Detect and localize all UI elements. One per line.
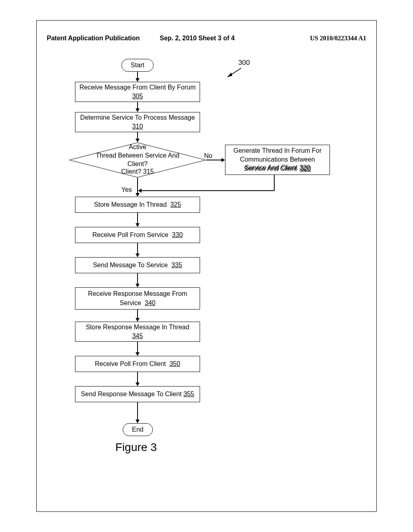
header-center: Sep. 2, 2010 Sheet 3 of 4	[160, 35, 235, 42]
flowchart-diagram: 300 Start Receive Message From Client By…	[37, 59, 376, 502]
arrow	[137, 402, 138, 420]
arrow-head	[221, 158, 225, 162]
arrow	[137, 342, 138, 353]
step-335: Send Message To Service 335	[75, 257, 200, 273]
step-340: Receive Response Message From Service 34…	[75, 287, 200, 310]
arrow-head	[136, 78, 140, 82]
header-left: Patent Application Publication	[47, 35, 140, 42]
arrow-head	[136, 223, 140, 227]
figure-caption: Figure 3	[115, 441, 157, 454]
arrow-head	[136, 284, 140, 287]
decision-315: Active Thread Between Service And Client…	[69, 142, 206, 178]
step-355: Send Response Message To Client 355	[75, 386, 200, 402]
arrow	[141, 190, 275, 191]
step-345: Store Response Message In Thread 345	[75, 322, 200, 342]
header-right: US 2010/0223344 A1	[310, 35, 366, 42]
arrow	[137, 372, 138, 383]
step-310: Determine Service To Process Message 310	[75, 112, 200, 132]
arrow-head	[136, 254, 140, 257]
step-320-overlay: Generate Thread In Forum For Communicati…	[225, 145, 330, 175]
svg-marker-1	[227, 73, 232, 77]
arrow	[137, 213, 138, 224]
arrow-head	[136, 352, 140, 356]
edge-yes-label: Yes	[121, 186, 132, 193]
figure-number-arrow	[224, 67, 242, 79]
step-325: Store Message In Thread 325	[75, 197, 200, 213]
arrow	[137, 273, 138, 285]
arrow-head	[136, 382, 140, 386]
arrow	[137, 178, 138, 194]
step-305: Receive Message From Client By Forum 305	[75, 82, 200, 102]
step-350: Receive Poll From Client 350	[75, 356, 200, 372]
page-frame: Patent Application Publication Sep. 2, 2…	[36, 20, 377, 512]
start-terminator: Start	[121, 59, 154, 72]
arrow-head	[138, 189, 142, 193]
arrow-head	[136, 193, 140, 197]
page-header: Patent Application Publication Sep. 2, 2…	[47, 35, 366, 42]
arrow	[274, 175, 275, 191]
arrow-head	[136, 139, 140, 142]
edge-no-label: No	[204, 152, 212, 160]
arrow-head	[136, 420, 140, 423]
arrow	[137, 243, 138, 254]
figure-number: 300	[238, 59, 250, 67]
arrow-head	[136, 318, 140, 322]
step-330: Receive Poll From Service 330	[75, 227, 200, 243]
end-terminator: End	[123, 423, 153, 436]
arrow	[206, 160, 222, 160]
arrow	[137, 310, 138, 319]
arrow-head	[136, 108, 140, 112]
